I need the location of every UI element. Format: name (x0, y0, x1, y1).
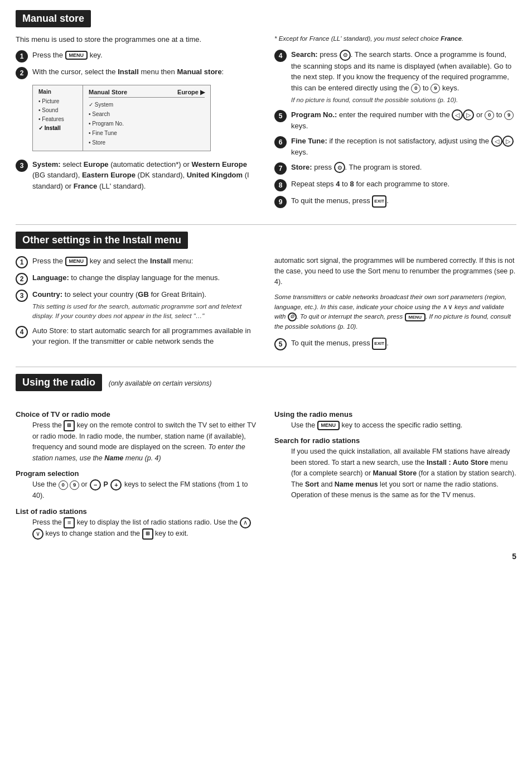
submenu-search: • Search (89, 109, 205, 119)
other-settings-title: Other settings in the Install menu (16, 232, 188, 249)
list-radio-body: Press the ≡ key to display the list of r… (32, 517, 258, 540)
tv-radio-key: ⊞ (64, 420, 75, 431)
other-settings-left: 1 Press the MENU key and select the Inst… (16, 256, 258, 354)
radio-content-cols: Choice of TV or radio mode Press the ⊞ k… (16, 405, 516, 540)
os-step-5-content: To quit the menus, press EXIT. (291, 338, 516, 350)
uk-label: United Kingdom (187, 171, 243, 179)
step-1-content: Press the MENU key. (32, 50, 258, 61)
list-key: ≡ (64, 517, 75, 528)
program-selection-title: Program selection (16, 469, 258, 478)
right-key: ▷ (463, 109, 474, 121)
step-6-content: Fine Tune: if the reception is not satis… (291, 136, 516, 158)
screen-diagram: Main • Picture • Sound • Features ✓ Inst… (32, 85, 211, 151)
name-menus-label: Name menus (335, 480, 378, 488)
step-4: 4 Search: press ⊙. The search starts. On… (274, 49, 516, 105)
step-3-content: System: select Europe (automatic detecti… (32, 159, 258, 192)
up-key: ∧ (240, 517, 251, 528)
system-label: System: (32, 160, 61, 169)
step-3: 3 System: select Europe (automatic detec… (16, 159, 258, 192)
step-num-7: 7 (274, 162, 287, 175)
step-num-3: 3 (16, 160, 28, 172)
os-step-num-1: 1 (16, 256, 28, 268)
step-7-content: Store: press ⊙. The program is stored. (291, 162, 516, 174)
france-label: France (74, 182, 98, 190)
step-9: 9 To quit the menus, press EXIT. (274, 195, 516, 208)
os-step-num-3: 3 (16, 290, 28, 302)
exit-key-radio: ⊞ (142, 528, 153, 540)
choice-italic: To enter the station names, use the Name… (32, 443, 245, 461)
submenu-program: • Program No. (89, 119, 205, 128)
step-num-5: 5 (274, 110, 287, 122)
submenu-title: Manual Store Europe ▶ (89, 89, 205, 98)
os-step-2-content: Language: to change the display language… (32, 272, 258, 283)
manual-store-label-r: Manual Store (373, 469, 417, 477)
manual-store-intro: This menu is used to store the programme… (16, 34, 258, 45)
exit-key-ms: EXIT (372, 195, 386, 208)
submenu-finetune: • Fine Tune (89, 128, 205, 138)
key-9: 9 (431, 84, 440, 93)
os-step-4-content: Auto Store: to start automatic search fo… (32, 325, 258, 347)
manual-store-right-col: * Except for France (LL' standard), you … (274, 34, 516, 212)
p-label: P (104, 480, 108, 488)
os-step-num-5: 5 (274, 338, 287, 350)
key-0: 0 (411, 84, 420, 93)
sort-label: Sort (305, 480, 319, 488)
os-step-1-content: Press the MENU key and select the Instal… (32, 256, 258, 267)
radio-header-row: Using the radio (only available on certa… (16, 374, 516, 398)
step-num-2: 2 (16, 67, 28, 79)
transmitter-note: Some transmitters or cable networks broa… (274, 292, 516, 332)
radio-section: Using the radio (only available on certa… (16, 374, 516, 540)
manual-store-label: Manual store (177, 68, 221, 76)
choice-tv-radio-body: Press the ⊞ key on the remote control to… (32, 420, 258, 464)
submenu-region: Europe ▶ (177, 89, 205, 96)
step-5-content: Program No.: enter the required number w… (291, 109, 516, 132)
ok-key-search: ⊙ (340, 50, 351, 61)
europe-label: Europe (84, 160, 109, 169)
manual-store-section: Manual store This menu is used to store … (16, 10, 516, 212)
choice-tv-radio-title: Choice of TV or radio mode (16, 410, 258, 419)
radio-right: Using the radio menus Use the MENU key t… (274, 405, 516, 540)
key-0-b: 0 (485, 110, 494, 120)
search-label: Search: (291, 50, 318, 59)
radio-menus-body: Use the MENU key to access the specific … (291, 420, 516, 431)
key-9-b: 9 (504, 110, 514, 120)
radio-subtitle: (only available on certain versions) (109, 379, 212, 387)
os-step-1: 1 Press the MENU key and select the Inst… (16, 256, 258, 268)
key-9-ps: 9 (70, 480, 79, 490)
submenu-name: Manual Store (89, 89, 127, 96)
install-label-os: Install (150, 257, 171, 265)
os-step-5: 5 To quit the menus, press EXIT. (274, 338, 516, 350)
os-step-3-content: Country: to select your country (GB for … (32, 289, 258, 321)
country-note: This setting is used for the search, aut… (32, 302, 258, 321)
france-note: * Except for France (LL' standard), you … (274, 34, 516, 44)
ok-key-store: ⊙ (334, 162, 345, 173)
step-2-content: With the cursor, select the Install menu… (32, 66, 258, 78)
os-step-3: 3 Country: to select your country (GB fo… (16, 289, 258, 321)
step-5: 5 Program No.: enter the required number… (274, 109, 516, 132)
language-label: Language: (32, 273, 69, 282)
eastern-europe-label: Eastern Europe (82, 171, 136, 179)
os-step-num-4: 4 (16, 326, 28, 338)
step-num-9: 9 (274, 196, 287, 208)
page-number: 5 (16, 552, 516, 561)
search-note: If no picture is found, consult the poss… (291, 95, 516, 105)
step-9-content: To quit the menus, press EXIT. (291, 195, 516, 208)
manual-store-title: Manual store (16, 10, 91, 27)
menu-key-radio: MENU (317, 421, 340, 430)
country-label: Country: (32, 290, 62, 299)
os-step-num-2: 2 (16, 273, 28, 285)
screen-item-install: ✓ Install (38, 124, 77, 133)
submenu-system: ✓ System (89, 100, 205, 109)
gb-label: GB (138, 290, 149, 299)
search-radio-body: If you used the quick installation, all … (291, 446, 516, 501)
left-key: ◁ (452, 109, 463, 121)
manual-store-left-col: This menu is used to store the programme… (16, 34, 258, 212)
screen-main-title: Main (38, 89, 77, 95)
key-0-ps: 0 (59, 480, 68, 490)
menu-key: MENU (65, 51, 88, 60)
screen-left-panel: Main • Picture • Sound • Features ✓ Inst… (33, 85, 83, 151)
exit-key-os: EXIT (372, 338, 386, 350)
submenu-store: • Store (89, 138, 205, 147)
install-autostore-label: Install : Auto Store (427, 459, 489, 466)
divider-2 (16, 367, 516, 367)
